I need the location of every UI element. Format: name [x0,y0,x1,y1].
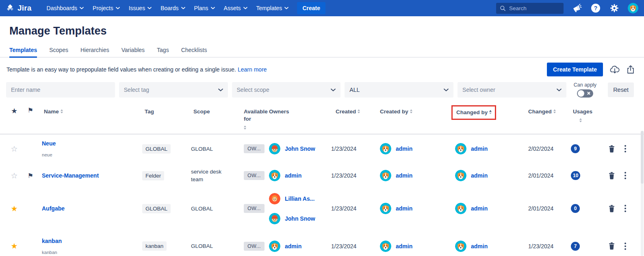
owner-avatar [269,213,280,224]
created-by-cell: admin [376,241,451,252]
template-name-link[interactable]: Neue [39,140,138,147]
delete-trash-icon[interactable] [608,242,616,250]
learn-more-link[interactable]: Learn more [238,66,267,73]
nav-item-assets[interactable]: Assets [219,0,252,16]
jira-logo[interactable]: Jira [6,4,32,13]
more-options-kebab-icon[interactable] [624,171,627,180]
tag-cell: GLOBAL [138,144,187,154]
create-template-button[interactable]: Create Template [547,63,603,76]
owner-link[interactable]: John Snow [285,145,315,152]
main-nav: Dashboards Projects Issues Boards Plans … [42,0,293,16]
create-button[interactable]: Create [297,2,325,14]
chevron-down-icon [80,7,84,9]
owner-link[interactable]: admin [285,172,301,179]
import-button[interactable] [610,65,620,74]
settings-button[interactable] [609,3,620,13]
changed-by-link[interactable]: admin [471,205,488,212]
template-name-link[interactable]: kanban [39,238,138,244]
top-navbar: Jira Dashboards Projects Issues Boards P… [0,0,644,16]
delete-trash-icon[interactable] [608,171,616,180]
nav-item-projects[interactable]: Projects [88,0,124,16]
header-created-by[interactable]: Created by [376,106,451,119]
changed-cell: 2/01/2024 [524,205,567,212]
changed-by-cell: admin [451,203,524,214]
tab-hierarchies[interactable]: Hierarchies [80,47,109,57]
tab-checklists[interactable]: Checklists [181,47,207,57]
search-input[interactable] [509,5,558,11]
nav-item-templates[interactable]: Templates [252,0,293,16]
tab-bar: Templates Scopes Hierarchies Variables T… [0,47,644,58]
available-for-cell: OW... [240,242,265,251]
created-by-link[interactable]: admin [396,243,412,249]
type-filter-select[interactable]: ALL [345,82,453,98]
help-button[interactable]: ? [590,3,601,13]
tab-scopes[interactable]: Scopes [49,47,68,57]
delete-trash-icon[interactable] [608,204,616,213]
scope-cell: GLOBAL [187,205,232,213]
header-available-for[interactable]: Available for [240,106,265,134]
tab-tags[interactable]: Tags [157,47,169,57]
header-usages[interactable]: Usages [567,106,601,126]
header-changed[interactable]: Changed [524,106,567,119]
changed-by-link[interactable]: admin [471,172,488,179]
header-name[interactable]: Name [39,106,138,119]
nav-item-plans[interactable]: Plans [190,0,219,16]
template-name-cell: Aufgabe [39,205,138,212]
created-cell: 1/23/2024 [327,205,376,212]
toggle-off-x-icon [587,91,590,95]
owner-link[interactable]: admin [285,243,301,249]
owner-filter-select[interactable]: Select owner [458,82,566,98]
chevron-down-icon [444,89,449,91]
search-icon [500,5,506,11]
nav-item-boards[interactable]: Boards [156,0,189,16]
name-filter-input[interactable] [11,87,110,93]
vertical-scrollbar[interactable] [641,131,644,256]
created-by-link[interactable]: admin [396,205,412,212]
favorite-star-icon[interactable]: ★ [6,241,22,251]
more-options-kebab-icon[interactable] [624,242,627,251]
owner-avatar [269,143,280,154]
can-apply-toggle[interactable] [577,89,593,98]
created-by-avatar [380,203,391,214]
created-cell: 1/23/2024 [327,172,376,179]
export-button[interactable] [627,65,635,74]
tab-templates[interactable]: Templates [9,47,37,57]
nav-item-issues[interactable]: Issues [124,0,156,16]
favorite-star-icon[interactable]: ☆ [6,144,22,154]
header-tag[interactable]: Tag [138,106,187,119]
reset-button[interactable]: Reset [608,82,634,97]
search-box[interactable] [496,3,564,14]
header-owners[interactable]: Owners [265,106,327,119]
changed-by-link[interactable]: admin [471,243,488,249]
created-by-link[interactable]: admin [396,145,412,152]
sort-icon [410,109,412,113]
user-avatar[interactable] [628,3,638,13]
header-scope[interactable]: Scope [187,106,240,119]
header-created[interactable]: Created [327,106,376,119]
template-name-link[interactable]: Aufgabe [39,205,138,212]
favorite-star-icon[interactable]: ★ [6,204,22,213]
gear-icon [609,3,619,13]
favorite-star-icon[interactable]: ☆ [6,171,22,180]
delete-trash-icon[interactable] [608,145,616,153]
tab-variables[interactable]: Variables [121,47,145,57]
template-name-link[interactable]: Service-Management [39,172,138,179]
more-options-kebab-icon[interactable] [624,144,627,153]
owner-link[interactable]: John Snow [285,215,315,222]
tag-filter-select[interactable]: Select tag [119,82,228,98]
header-actions [601,106,638,112]
more-options-kebab-icon[interactable] [624,204,627,213]
scope-filter-select[interactable]: Select scope [232,82,341,98]
scrollbar-thumb[interactable] [641,131,644,184]
created-by-link[interactable]: admin [396,172,412,179]
announcements-button[interactable] [572,3,582,13]
scope-cell: GLOBAL [187,145,232,153]
changed-by-link[interactable]: admin [471,145,488,152]
user-avatar-icon [628,3,638,13]
can-apply-label: Can apply [574,82,596,88]
owner-link[interactable]: Lillian As... [285,195,314,202]
header-changed-by[interactable]: Changed by [451,106,524,124]
usages-cell: 9 [567,144,601,153]
changed-by-avatar [455,170,466,181]
nav-item-dashboards[interactable]: Dashboards [42,0,89,16]
